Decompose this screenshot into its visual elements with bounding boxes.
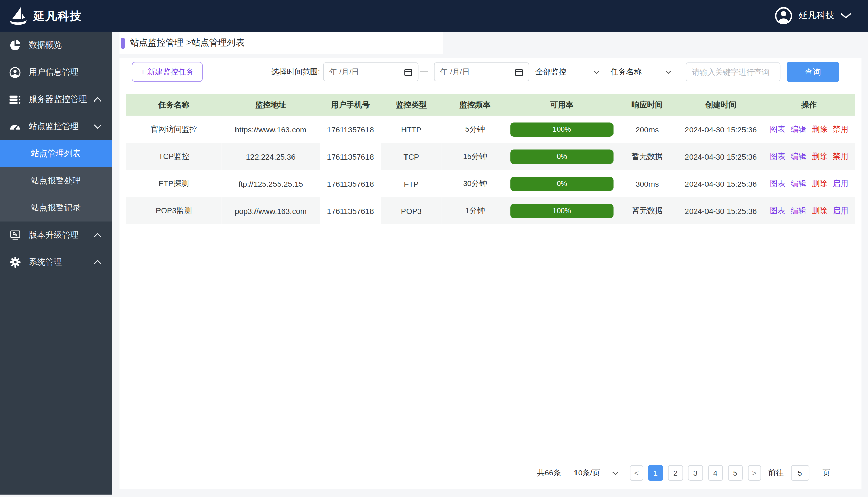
edit-action[interactable]: 编辑 <box>791 124 806 134</box>
edit-action[interactable]: 编辑 <box>791 179 806 188</box>
breadcrumb-bar: 站点监控管理->站点管理列表 <box>119 31 443 54</box>
sidebar-item-user-info[interactable]: 用户信息管理 <box>0 59 112 86</box>
user-menu[interactable]: 延凡科技 <box>775 7 851 25</box>
user-name: 延凡科技 <box>799 10 834 22</box>
cell-task: TCP监控 <box>126 143 221 170</box>
task-field-value: 任务名称 <box>610 67 641 77</box>
cell-type: HTTP <box>381 116 442 143</box>
sidebar-item-version-upgrade[interactable]: 版本升级管理 <box>0 222 112 249</box>
page-button-3[interactable]: 3 <box>688 465 703 481</box>
range-dash: — <box>418 67 430 75</box>
toggle-action[interactable]: 启用 <box>833 179 848 188</box>
prev-page-button[interactable]: < <box>630 465 643 481</box>
breadcrumb: 站点监控管理->站点管理列表 <box>130 37 244 48</box>
chevron-down-icon <box>593 70 599 74</box>
cell-created: 2024-04-30 15:25:36 <box>679 170 763 197</box>
cell-response: 暂无数据 <box>616 143 679 170</box>
end-date-input[interactable]: 年 /月/日 <box>434 62 529 81</box>
delete-action[interactable]: 删除 <box>812 179 827 188</box>
logo-sailboat-icon <box>8 5 29 26</box>
page-button-4[interactable]: 4 <box>708 465 723 481</box>
sidebar-subitem-alert-record[interactable]: 站点报警记录 <box>0 195 112 222</box>
chart-action[interactable]: 图表 <box>770 152 785 161</box>
breadcrumb-accent-bar <box>121 37 125 48</box>
page-button-1[interactable]: 1 <box>648 465 663 481</box>
cell-actions: 图表 编辑 删除 禁用 <box>763 143 855 170</box>
cell-freq: 1分钟 <box>442 197 508 224</box>
cell-type: TCP <box>381 143 442 170</box>
sidebar-item-label: 用户信息管理 <box>29 67 102 77</box>
server-icon <box>8 93 22 105</box>
sidebar-item-label: 系统管理 <box>29 257 93 268</box>
date-placeholder: 年 /月/日 <box>330 67 359 77</box>
page-button-2[interactable]: 2 <box>668 465 683 481</box>
start-date-input[interactable]: 年 /月/日 <box>323 62 419 81</box>
sidebar-subitem-alert-handle[interactable]: 站点报警处理 <box>0 167 112 195</box>
gear-icon <box>8 256 22 268</box>
calendar-icon <box>515 68 523 76</box>
chevron-up-icon <box>93 97 102 102</box>
col-header-availability: 可用率 <box>508 94 616 116</box>
content-card: + 新建监控任务 选择时间范围: 年 /月/日 — 年 /月/日 全部监控 任务… <box>119 58 861 489</box>
page-size-value: 10条/页 <box>574 468 600 478</box>
sidebar-subitem-site-list[interactable]: 站点管理列表 <box>0 140 112 167</box>
sidebar-item-server-monitor[interactable]: 服务器监控管理 <box>0 86 112 113</box>
delete-action[interactable]: 删除 <box>812 124 827 134</box>
delete-action[interactable]: 删除 <box>812 206 827 216</box>
toggle-action[interactable]: 禁用 <box>833 152 848 161</box>
next-page-button[interactable]: > <box>748 465 761 481</box>
cell-task: FTP探测 <box>126 170 221 197</box>
cell-phone: 17611357618 <box>320 116 381 143</box>
chevron-down-icon <box>665 70 671 74</box>
sidebar-item-data-overview[interactable]: 数据概览 <box>0 31 112 59</box>
table-row: POP3监测 pop3://www.163.com 17611357618 PO… <box>126 197 855 224</box>
chevron-up-icon <box>93 232 102 238</box>
search-input[interactable] <box>686 62 780 81</box>
chart-action[interactable]: 图表 <box>770 206 785 216</box>
chart-action[interactable]: 图表 <box>770 179 785 188</box>
table-row: 官网访问监控 https://www.163.com 17611357618 H… <box>126 116 855 143</box>
avatar-icon <box>775 7 793 25</box>
page-button-5[interactable]: 5 <box>728 465 743 481</box>
time-range-label: 选择时间范围: <box>261 67 320 77</box>
topbar: 延凡科技 延凡科技 <box>0 0 868 31</box>
table-row: TCP监控 122.224.25.36 17611357618 TCP 15分钟… <box>126 143 855 170</box>
chart-action[interactable]: 图表 <box>770 124 785 134</box>
sidebar-item-label: 版本升级管理 <box>29 230 93 240</box>
availability-bar: 0% <box>510 150 613 164</box>
col-header-phone: 用户手机号 <box>320 94 381 116</box>
new-task-button[interactable]: + 新建监控任务 <box>132 62 203 82</box>
toggle-action[interactable]: 启用 <box>833 206 848 216</box>
brand: 延凡科技 <box>8 5 82 26</box>
col-header-actions: 操作 <box>763 94 855 116</box>
query-button[interactable]: 查询 <box>786 62 839 82</box>
pager: < 1 2 3 4 5 > <box>630 465 761 481</box>
edit-action[interactable]: 编辑 <box>791 206 806 216</box>
cell-task: 官网访问监控 <box>126 116 221 143</box>
col-header-created: 创建时间 <box>679 94 763 116</box>
cell-url: 122.224.25.36 <box>221 143 320 170</box>
app: 延凡科技 延凡科技 数据概览 <box>0 0 868 497</box>
cell-task: POP3监测 <box>126 197 221 224</box>
goto-page-input[interactable] <box>791 465 809 481</box>
sidebar-item-system-manage[interactable]: 系统管理 <box>0 248 112 276</box>
cell-availability: 0% <box>508 143 616 170</box>
page-size-select[interactable]: 10条/页 <box>574 468 618 478</box>
gauge-icon <box>8 120 22 133</box>
sidebar-item-label: 数据概览 <box>29 40 102 50</box>
brand-name: 延凡科技 <box>33 8 82 24</box>
sidebar-item-site-monitor[interactable]: 站点监控管理 <box>0 113 112 140</box>
pagination: 共66条 10条/页 < 1 2 3 4 5 > 前往 页 <box>537 465 830 481</box>
delete-action[interactable]: 删除 <box>812 152 827 161</box>
toggle-action[interactable]: 禁用 <box>833 124 848 134</box>
task-field-select[interactable]: 任务名称 <box>610 67 671 77</box>
availability-bar: 100% <box>510 204 613 218</box>
monitor-type-select[interactable]: 全部监控 <box>535 67 599 77</box>
edit-action[interactable]: 编辑 <box>791 152 806 161</box>
cell-availability: 100% <box>508 197 616 224</box>
col-header-task: 任务名称 <box>126 94 221 116</box>
cell-actions: 图表 编辑 删除 禁用 <box>763 116 855 143</box>
sidebar-submenu: 站点管理列表 站点报警处理 站点报警记录 <box>0 140 112 222</box>
goto-label: 前往 <box>768 468 784 478</box>
user-icon <box>8 66 22 79</box>
